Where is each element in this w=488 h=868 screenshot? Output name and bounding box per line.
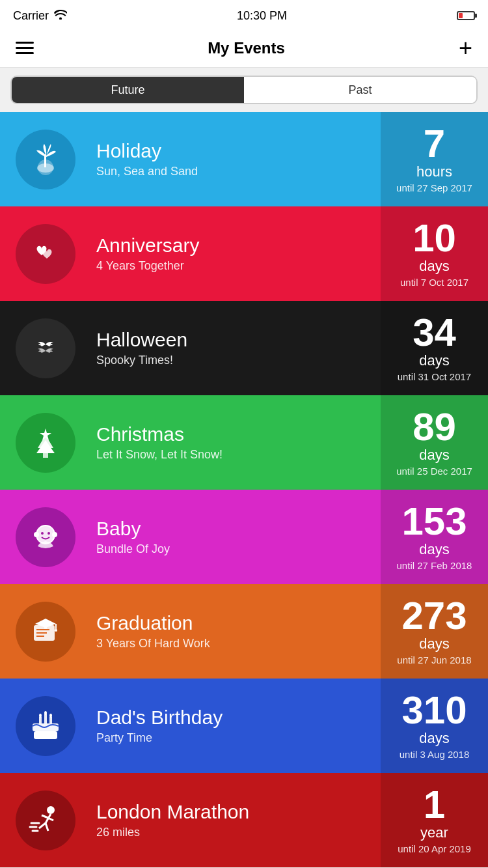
event-sub-baby: Bundle Of Joy xyxy=(96,542,375,556)
countdown-until-holiday: until 27 Sep 2017 xyxy=(396,182,472,195)
svg-point-20 xyxy=(55,629,57,632)
event-card-holiday[interactable]: Holiday Sun, Sea and Sand 7 hours until … xyxy=(0,112,488,206)
countdown-unit-marathon: year xyxy=(420,824,448,841)
svg-point-12 xyxy=(52,532,57,537)
event-info-marathon: London Marathon 26 miles xyxy=(91,791,381,850)
status-bar: Carrier 10:30 PM xyxy=(0,0,488,29)
birthday-icon xyxy=(27,708,64,744)
event-card-christmas[interactable]: Christmas Let It Snow, Let It Snow! 89 d… xyxy=(0,395,488,490)
svg-point-26 xyxy=(49,714,52,718)
event-countdown-birthday: 310 days until 3 Aug 2018 xyxy=(381,679,488,773)
svg-rect-21 xyxy=(39,717,42,723)
countdown-number-halloween: 34 xyxy=(413,313,456,352)
event-sub-graduation: 3 Years Of Hard Work xyxy=(96,637,375,651)
event-icon-circle-halloween xyxy=(16,318,75,378)
event-icon-wrap-baby xyxy=(0,497,91,578)
event-card-graduation[interactable]: Graduation 3 Years Of Hard Work 273 days… xyxy=(0,584,488,679)
event-info-christmas: Christmas Let It Snow, Let It Snow! xyxy=(91,413,381,472)
countdown-unit-anniversary: days xyxy=(419,258,449,275)
countdown-number-baby: 153 xyxy=(401,502,467,541)
svg-point-10 xyxy=(47,532,50,535)
events-list: Holiday Sun, Sea and Sand 7 hours until … xyxy=(0,112,488,867)
countdown-number-anniversary: 10 xyxy=(413,219,456,258)
event-countdown-halloween: 34 days until 31 Oct 2017 xyxy=(381,301,488,395)
svg-rect-14 xyxy=(36,629,49,630)
svg-rect-15 xyxy=(36,632,47,634)
event-name-birthday: Dad's Birthday xyxy=(96,707,375,729)
segment-past[interactable]: Past xyxy=(244,77,476,103)
graduation-icon xyxy=(27,613,64,650)
event-sub-anniversary: 4 Years Together xyxy=(96,259,375,273)
countdown-number-graduation: 273 xyxy=(401,596,467,636)
svg-rect-6 xyxy=(43,453,48,458)
nav-bar: My Events + xyxy=(0,29,488,68)
event-card-anniversary[interactable]: Anniversary 4 Years Together 10 days unt… xyxy=(0,206,488,301)
svg-point-11 xyxy=(34,532,39,537)
event-icon-wrap-anniversary xyxy=(0,214,91,294)
halloween-icon xyxy=(27,330,64,367)
event-sub-birthday: Party Time xyxy=(96,731,375,745)
countdown-until-graduation: until 27 Jun 2018 xyxy=(397,654,471,667)
event-countdown-marathon: 1 year until 20 Apr 2019 xyxy=(381,773,488,867)
countdown-unit-holiday: hours xyxy=(416,163,452,180)
event-name-marathon: London Marathon xyxy=(96,801,375,823)
countdown-unit-halloween: days xyxy=(419,352,449,369)
event-card-halloween[interactable]: Halloween Spooky Times! 34 days until 31… xyxy=(0,301,488,395)
event-card-birthday[interactable]: Dad's Birthday Party Time 310 days until… xyxy=(0,679,488,773)
countdown-number-christmas: 89 xyxy=(413,408,456,447)
event-countdown-graduation: 273 days until 27 Jun 2018 xyxy=(381,584,488,679)
svg-line-34 xyxy=(46,823,48,831)
carrier-label: Carrier xyxy=(13,9,49,23)
countdown-unit-birthday: days xyxy=(419,730,449,747)
event-name-graduation: Graduation xyxy=(96,612,375,634)
holiday-icon xyxy=(27,141,64,178)
countdown-until-marathon: until 20 Apr 2019 xyxy=(398,843,471,856)
event-name-holiday: Holiday xyxy=(96,140,375,162)
wifi-icon xyxy=(54,9,67,22)
countdown-number-holiday: 7 xyxy=(424,124,445,163)
status-left: Carrier xyxy=(13,9,67,23)
countdown-until-christmas: until 25 Dec 2017 xyxy=(396,465,472,478)
event-countdown-christmas: 89 days until 25 Dec 2017 xyxy=(381,395,488,490)
segment-future[interactable]: Future xyxy=(12,77,244,103)
event-sub-halloween: Spooky Times! xyxy=(96,354,375,367)
event-info-holiday: Holiday Sun, Sea and Sand xyxy=(91,130,381,189)
event-icon-circle-graduation xyxy=(16,602,75,662)
event-icon-wrap-holiday xyxy=(0,119,91,200)
event-info-halloween: Halloween Spooky Times! xyxy=(91,318,381,378)
event-info-graduation: Graduation 3 Years Of Hard Work xyxy=(91,602,381,661)
anniversary-icon xyxy=(27,236,64,272)
menu-button[interactable] xyxy=(16,42,34,54)
svg-rect-28 xyxy=(34,731,57,739)
countdown-number-birthday: 310 xyxy=(401,691,467,730)
event-info-birthday: Dad's Birthday Party Time xyxy=(91,696,381,755)
countdown-unit-baby: days xyxy=(419,541,449,558)
event-name-halloween: Halloween xyxy=(96,329,375,351)
countdown-until-anniversary: until 7 Oct 2017 xyxy=(400,276,468,289)
svg-rect-22 xyxy=(44,714,47,723)
event-icon-circle-christmas xyxy=(16,413,75,473)
event-name-baby: Baby xyxy=(96,518,375,540)
battery-fill xyxy=(459,13,463,18)
countdown-unit-christmas: days xyxy=(419,447,449,464)
segment-control: Future Past xyxy=(10,76,478,104)
event-countdown-baby: 153 days until 27 Feb 2018 xyxy=(381,490,488,584)
svg-point-25 xyxy=(44,711,47,715)
countdown-until-baby: until 27 Feb 2018 xyxy=(397,559,472,572)
event-icon-circle-holiday xyxy=(16,130,75,189)
event-sub-holiday: Sun, Sea and Sand xyxy=(96,165,375,178)
svg-point-29 xyxy=(47,806,55,814)
event-card-marathon[interactable]: London Marathon 26 miles 1 year until 20… xyxy=(0,773,488,867)
event-countdown-anniversary: 10 days until 7 Oct 2017 xyxy=(381,206,488,301)
marathon-icon xyxy=(27,802,64,839)
event-card-baby[interactable]: Baby Bundle Of Joy 153 days until 27 Feb… xyxy=(0,490,488,584)
status-right xyxy=(457,11,475,20)
svg-rect-23 xyxy=(49,717,52,723)
event-icon-wrap-christmas xyxy=(0,402,91,483)
event-icon-wrap-birthday xyxy=(0,686,91,766)
countdown-number-marathon: 1 xyxy=(424,785,445,824)
christmas-icon xyxy=(27,425,64,461)
countdown-unit-graduation: days xyxy=(419,636,449,652)
svg-point-9 xyxy=(41,532,44,535)
add-event-button[interactable]: + xyxy=(459,36,472,60)
